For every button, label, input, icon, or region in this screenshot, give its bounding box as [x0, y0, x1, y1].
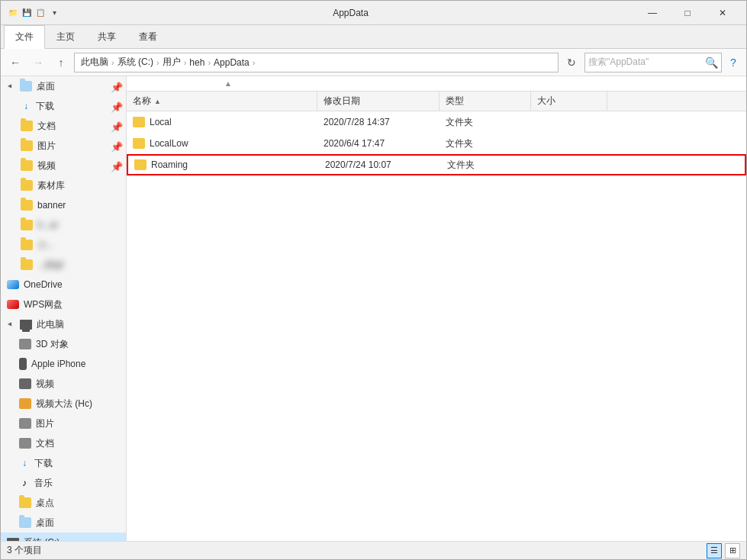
folder-documents-icon [21, 121, 33, 131]
pin-icon-documents: 📌 [111, 121, 120, 130]
breadcrumb-sep-3: › [184, 58, 187, 67]
sidebar-item-pictures-qa[interactable]: 图片 📌 [1, 136, 126, 156]
sidebar-item-assets[interactable]: 素材库 [1, 175, 126, 195]
ribbon-tab-file[interactable]: 文件 [4, 25, 45, 49]
col-name-label: 名称 [133, 95, 151, 108]
breadcrumb-users[interactable]: 用户 [161, 56, 182, 69]
pictures-icon-pc [19, 418, 31, 429]
sidebar-item-desktop-pc[interactable]: 桌面 [1, 513, 126, 533]
file-date-roaming: 2020/7/24 10:07 [319, 159, 441, 170]
maximize-button[interactable]: □ [670, 1, 705, 25]
sidebar: ▼ 桌面 📌 ↓ 下载 📌 文档 � [1, 76, 127, 541]
folder-blurred3-icon [21, 259, 33, 270]
sidebar-item-zdian[interactable]: 桌点 [1, 493, 126, 513]
file-row-locallow[interactable]: LocalLow 2020/6/4 17:47 文件夹 [127, 133, 746, 154]
column-headers: 名称 ▲ 修改日期 类型 大小 [127, 92, 746, 111]
sidebar-label-pictures: 图片 [37, 140, 56, 153]
pin-icon-desktop: 📌 [111, 82, 120, 91]
col-size-label: 大小 [537, 95, 555, 108]
breadcrumb-this-pc[interactable]: 此电脑 [79, 56, 110, 69]
folder-pictures-icon [21, 140, 33, 151]
sidebar-item-blurred3[interactable]: ...的ipl [1, 255, 126, 275]
download-icon-pc: ↓ [19, 458, 30, 468]
sidebar-label-videos: 视频 [37, 159, 56, 172]
refresh-button[interactable]: ↻ [562, 53, 581, 72]
file-row-roaming[interactable]: Roaming 2020/7/24 10:07 文件夹 [127, 154, 746, 175]
sidebar-label-pictures-pc: 图片 [36, 417, 54, 430]
pin-icon-videos: 📌 [111, 161, 120, 170]
sidebar-label-blurred3: ...的ipl [37, 259, 63, 272]
pin-icon-downloads: 📌 [111, 101, 120, 111]
sidebar-item-blurred1[interactable]: h...er [1, 215, 126, 235]
col-header-date[interactable]: 修改日期 [317, 92, 440, 111]
pin-icon-pictures: 📌 [111, 141, 120, 150]
sidebar-item-videos-pc[interactable]: 视频 [1, 374, 126, 394]
sidebar-label-desktop-pc: 桌面 [36, 517, 54, 529]
clipboard-icon-title: 📋 [34, 7, 47, 19]
sidebar-label-blurred2: 小... [37, 239, 54, 252]
file-label-local: Local [150, 117, 172, 127]
title-bar-icons: 📁 💾 📋 ▾ [7, 7, 60, 19]
sidebar-item-documents-pc[interactable]: 文档 [1, 433, 126, 453]
3d-icon [19, 339, 31, 349]
sidebar-item-videolaw[interactable]: 视频大法 (Hc) [1, 394, 126, 414]
view-tiles-icon: ⊞ [729, 546, 736, 555]
file-name-local: Local [127, 117, 317, 127]
file-row-local[interactable]: Local 2020/7/28 14:37 文件夹 [127, 111, 746, 133]
sidebar-item-drive-c[interactable]: 系统 (C:) [1, 533, 126, 541]
video-icon-pc [19, 378, 31, 389]
sidebar-label-assets: 素材库 [37, 179, 65, 192]
up-button[interactable]: ↑ [51, 53, 71, 72]
status-bar: 3 个项目 ☰ ⊞ [1, 541, 746, 559]
sidebar-item-pictures-pc[interactable]: 图片 [1, 414, 126, 433]
sidebar-item-videos-qa[interactable]: 视频 📌 [1, 156, 126, 175]
ribbon-tabs: 文件 主页 共享 查看 [1, 25, 746, 48]
close-button[interactable]: ✕ [705, 1, 740, 25]
sidebar-item-onedrive[interactable]: OneDrive [1, 275, 126, 294]
forward-button[interactable]: → [28, 53, 48, 72]
minimize-button[interactable]: — [635, 1, 670, 25]
breadcrumb-drive[interactable]: 系统 (C:) [116, 56, 155, 69]
sidebar-item-downloads-qa[interactable]: ↓ 下载 📌 [1, 96, 126, 116]
iphone-icon [19, 358, 27, 370]
col-type-label: 类型 [446, 95, 464, 108]
breadcrumb-sep-5: › [253, 58, 256, 67]
ribbon-tab-home[interactable]: 主页 [45, 25, 86, 48]
breadcrumb-bar: 此电脑 › 系统 (C:) › 用户 › heh › AppData › [74, 53, 559, 72]
computer-icon [20, 320, 32, 330]
window-title: AppData [66, 8, 635, 18]
sidebar-item-downloads-pc[interactable]: ↓ 下载 [1, 453, 126, 473]
view-tiles-button[interactable]: ⊞ [725, 543, 740, 558]
search-icon[interactable]: 🔍 [705, 56, 718, 69]
file-label-locallow: LocalLow [150, 138, 188, 149]
breadcrumb-appdata[interactable]: AppData [212, 57, 251, 68]
col-header-size[interactable]: 大小 [531, 92, 607, 111]
wps-icon [7, 300, 19, 309]
sidebar-item-wps[interactable]: WPS网盘 [1, 294, 126, 314]
folder-videos-icon [21, 160, 33, 171]
breadcrumb-heh[interactable]: heh [188, 57, 206, 68]
sidebar-item-this-pc[interactable]: ▼ 此电脑 [1, 314, 126, 334]
view-list-button[interactable]: ☰ [707, 543, 722, 558]
help-button[interactable]: ? [725, 54, 742, 71]
sidebar-item-3d[interactable]: 3D 对象 [1, 334, 126, 354]
sidebar-item-music[interactable]: ♪ 音乐 [1, 473, 126, 493]
sidebar-item-blurred2[interactable]: 小... [1, 235, 126, 255]
sidebar-item-desktop-qa[interactable]: ▼ 桌面 📌 [1, 76, 126, 96]
col-header-type[interactable]: 类型 [440, 92, 531, 111]
sidebar-label-blurred1: h...er [37, 220, 58, 230]
sidebar-item-iphone[interactable]: Apple iPhone [1, 354, 126, 374]
sidebar-item-banner[interactable]: banner [1, 195, 126, 215]
file-name-locallow: LocalLow [127, 138, 317, 149]
sidebar-label-downloads-pc: 下载 [34, 457, 53, 470]
status-count: 3 个项目 [7, 544, 42, 557]
back-button[interactable]: ← [5, 53, 25, 72]
ribbon-tab-share[interactable]: 共享 [86, 25, 127, 48]
videolaw-icon [19, 398, 31, 409]
sidebar-item-documents-qa[interactable]: 文档 📌 [1, 116, 126, 136]
address-row: ← → ↑ 此电脑 › 系统 (C:) › 用户 › heh › AppData… [1, 49, 746, 76]
sidebar-label-documents-pc: 文档 [36, 437, 54, 450]
col-date-label: 修改日期 [324, 95, 360, 108]
col-header-name[interactable]: 名称 ▲ [127, 92, 317, 111]
ribbon-tab-view[interactable]: 查看 [127, 25, 169, 48]
